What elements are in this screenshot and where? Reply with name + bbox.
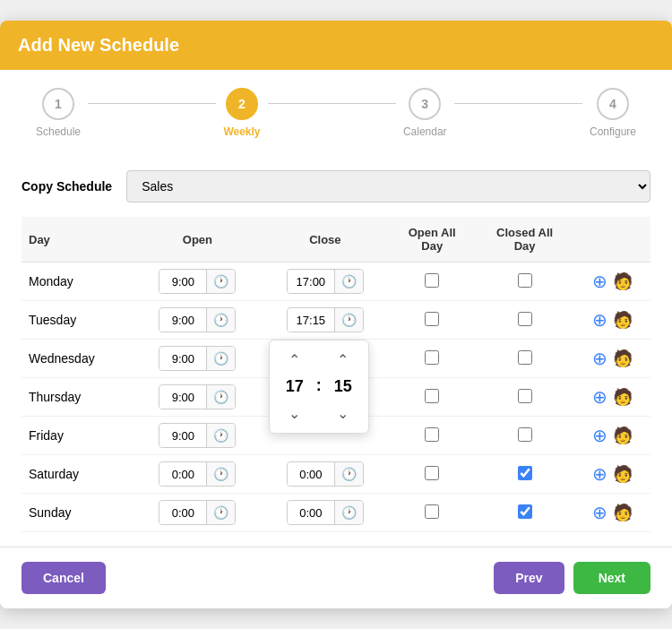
closed-all-checkbox[interactable] bbox=[518, 427, 532, 442]
step-line-1 bbox=[88, 103, 216, 104]
open-clock-btn[interactable]: 🕐 bbox=[206, 462, 235, 486]
closed-all-checkbox-cell bbox=[475, 301, 573, 340]
closed-all-checkbox-cell bbox=[475, 378, 573, 417]
close-time-cell: 🕐 bbox=[262, 263, 389, 301]
action-cell: ⊕ 🧑 bbox=[574, 378, 650, 417]
col-actions bbox=[574, 217, 650, 263]
open-time-input[interactable] bbox=[159, 463, 206, 486]
day-label: Friday bbox=[22, 417, 134, 455]
close-time-input[interactable] bbox=[288, 502, 334, 524]
cancel-button[interactable]: Cancel bbox=[22, 562, 106, 594]
open-time-input[interactable] bbox=[159, 309, 206, 332]
open-time-input[interactable] bbox=[159, 386, 206, 409]
close-clock-btn[interactable]: 🕐 bbox=[334, 462, 363, 486]
person-icon[interactable]: 🧑 bbox=[613, 503, 633, 522]
open-time-input[interactable] bbox=[159, 502, 206, 524]
open-time-input[interactable] bbox=[159, 271, 206, 293]
close-clock-btn[interactable]: 🕐 bbox=[334, 308, 363, 332]
open-time-cell: 🕐 bbox=[134, 455, 261, 494]
day-label: Sunday bbox=[22, 494, 134, 532]
close-time-input[interactable] bbox=[288, 463, 334, 486]
action-cell: ⊕ 🧑 bbox=[574, 263, 650, 301]
action-cell: ⊕ 🧑 bbox=[574, 455, 650, 494]
time-colon: : bbox=[316, 376, 322, 397]
hours-down-btn[interactable]: ⌄ bbox=[283, 403, 306, 424]
stepper: 1 Schedule 2 Weekly 3 Calendar 4 Configu… bbox=[0, 70, 672, 156]
open-time-input[interactable] bbox=[159, 348, 206, 370]
day-label: Thursday bbox=[22, 378, 134, 417]
close-clock-btn[interactable]: 🕐 bbox=[334, 501, 363, 524]
closed-all-checkbox[interactable] bbox=[518, 504, 532, 519]
person-icon[interactable]: 🧑 bbox=[613, 464, 633, 484]
open-all-checkbox-cell bbox=[389, 417, 475, 455]
open-all-checkbox[interactable] bbox=[425, 504, 439, 519]
close-time-input[interactable] bbox=[288, 271, 334, 293]
open-all-checkbox[interactable] bbox=[425, 350, 439, 365]
minutes-down-btn[interactable]: ⌄ bbox=[332, 403, 354, 424]
closed-all-checkbox[interactable] bbox=[518, 312, 532, 326]
open-time-input[interactable] bbox=[159, 425, 206, 447]
step-line-3 bbox=[454, 103, 582, 104]
close-time-cell: 🕐 bbox=[262, 455, 389, 494]
closed-all-checkbox[interactable] bbox=[518, 389, 532, 403]
hours-value: 17 bbox=[279, 374, 311, 400]
minutes-value: 15 bbox=[327, 374, 359, 400]
day-label: Wednesday bbox=[22, 340, 134, 378]
person-icon[interactable]: 🧑 bbox=[613, 310, 633, 330]
person-icon[interactable]: 🧑 bbox=[613, 426, 633, 445]
open-time-cell: 🕐 bbox=[134, 340, 261, 378]
col-closed-all-day: Closed AllDay bbox=[475, 217, 573, 263]
prev-button[interactable]: Prev bbox=[494, 562, 564, 594]
schedule-table: Day Open Close Open AllDay Closed AllDay… bbox=[22, 217, 650, 532]
open-time-cell: 🕐 bbox=[134, 494, 261, 532]
open-clock-btn[interactable]: 🕐 bbox=[206, 347, 235, 370]
open-time-cell: 🕐 bbox=[134, 263, 261, 301]
step-4-circle: 4 bbox=[597, 88, 629, 120]
day-label: Saturday bbox=[22, 455, 134, 494]
closed-all-checkbox[interactable] bbox=[518, 350, 532, 365]
time-picker-popup: 🕐 ⌃ 17 ⌄ : ⌃ bbox=[269, 307, 382, 332]
open-clock-btn[interactable]: 🕐 bbox=[206, 308, 235, 332]
copy-schedule-row: Copy Schedule Sales Support Default bbox=[22, 170, 650, 202]
closed-all-checkbox-cell bbox=[475, 494, 573, 532]
open-all-checkbox-cell bbox=[389, 455, 475, 494]
open-clock-btn[interactable]: 🕐 bbox=[206, 424, 235, 447]
person-icon[interactable]: 🧑 bbox=[613, 387, 633, 407]
person-icon[interactable]: 🧑 bbox=[613, 349, 633, 368]
add-icon[interactable]: ⊕ bbox=[592, 271, 607, 292]
add-icon[interactable]: ⊕ bbox=[592, 309, 607, 331]
closed-all-checkbox-cell bbox=[475, 263, 573, 301]
closed-all-checkbox[interactable] bbox=[518, 273, 532, 288]
step-line-2 bbox=[268, 103, 396, 104]
person-icon[interactable]: 🧑 bbox=[613, 271, 633, 291]
step-2-circle: 2 bbox=[226, 88, 258, 120]
close-time-cell: 🕐 bbox=[262, 494, 389, 532]
open-all-checkbox[interactable] bbox=[425, 389, 439, 403]
modal-header: Add New Schedule bbox=[0, 21, 672, 70]
open-clock-btn[interactable]: 🕐 bbox=[206, 270, 235, 293]
open-all-checkbox[interactable] bbox=[425, 312, 439, 326]
minutes-up-btn[interactable]: ⌃ bbox=[332, 349, 354, 370]
add-icon[interactable]: ⊕ bbox=[592, 463, 607, 485]
open-all-checkbox[interactable] bbox=[425, 427, 439, 442]
footer-right: Prev Next bbox=[494, 562, 650, 594]
open-all-checkbox[interactable] bbox=[425, 466, 439, 480]
add-icon[interactable]: ⊕ bbox=[592, 386, 607, 408]
next-button[interactable]: Next bbox=[573, 562, 650, 594]
add-icon[interactable]: ⊕ bbox=[592, 348, 607, 369]
hours-up-btn[interactable]: ⌃ bbox=[283, 349, 306, 370]
closed-all-checkbox[interactable] bbox=[518, 466, 532, 480]
add-icon[interactable]: ⊕ bbox=[592, 425, 607, 446]
open-clock-btn[interactable]: 🕐 bbox=[206, 385, 235, 409]
open-all-checkbox-cell bbox=[389, 494, 475, 532]
close-clock-btn[interactable]: 🕐 bbox=[334, 270, 363, 293]
modal-title: Add New Schedule bbox=[18, 35, 654, 56]
open-all-checkbox[interactable] bbox=[425, 273, 439, 288]
open-clock-btn[interactable]: 🕐 bbox=[206, 501, 235, 524]
add-icon[interactable]: ⊕ bbox=[592, 502, 607, 523]
minutes-col: ⌃ 15 ⌄ bbox=[327, 349, 359, 424]
hours-col: ⌃ 17 ⌄ bbox=[279, 349, 311, 424]
step-1: 1 Schedule bbox=[36, 88, 81, 138]
close-time-input[interactable] bbox=[288, 309, 334, 332]
copy-schedule-select[interactable]: Sales Support Default bbox=[126, 170, 650, 202]
